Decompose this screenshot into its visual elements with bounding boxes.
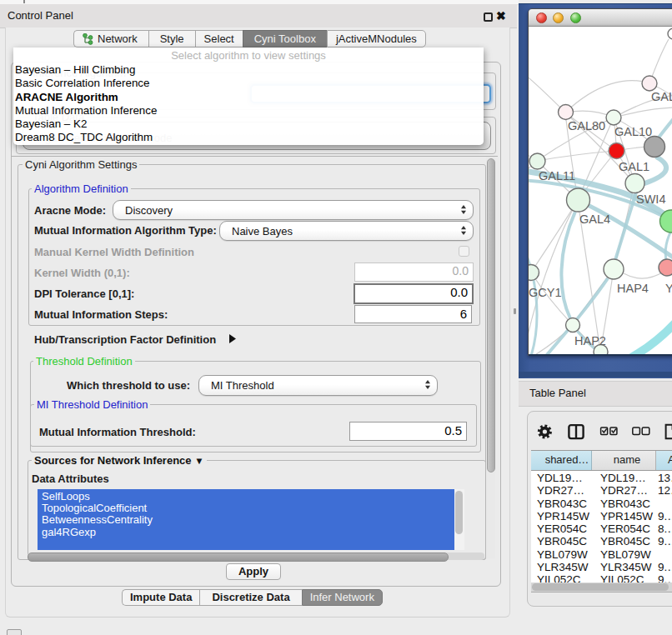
svg-text:Y: Y (665, 282, 672, 295)
svg-text:GAL10: GAL10 (614, 125, 652, 138)
svg-text:GAL80: GAL80 (568, 119, 605, 132)
svg-text:GCY1: GCY1 (529, 286, 562, 299)
svg-text:GAL11: GAL11 (539, 169, 575, 182)
svg-text:SWI4: SWI4 (636, 192, 665, 206)
svg-text:GAL4: GAL4 (579, 212, 610, 226)
svg-text:GAL1: GAL1 (619, 160, 649, 173)
svg-text:HAP2: HAP2 (574, 334, 606, 348)
svg-text:GAL7: GAL7 (651, 90, 672, 103)
svg-text:HAP4: HAP4 (617, 282, 649, 295)
